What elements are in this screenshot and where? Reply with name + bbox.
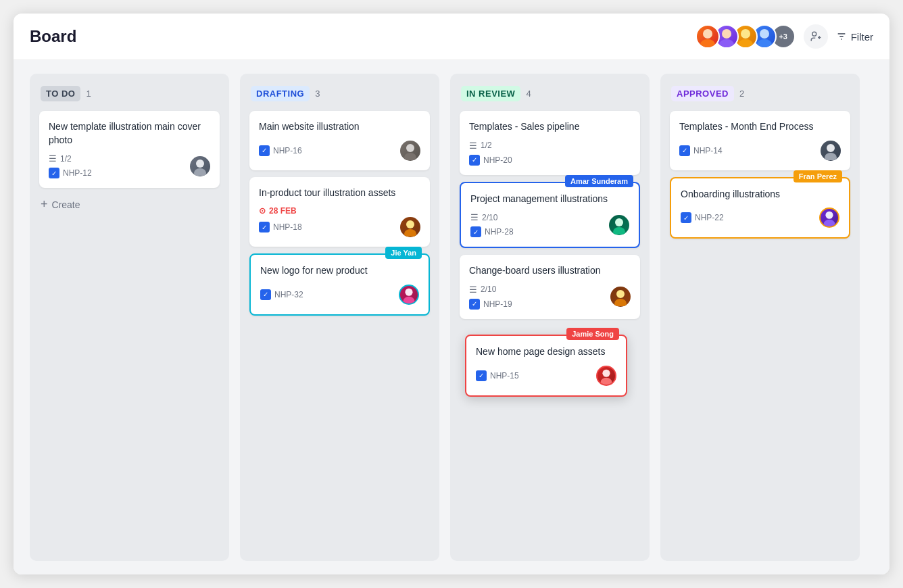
card-checklist-nhp-20: ☰ 1/2 xyxy=(469,141,512,151)
card-meta-nhp-12: ☰ 1/2 ✓ NHP-12 xyxy=(49,153,210,178)
svg-point-4 xyxy=(741,29,750,39)
card-meta-left-nhp-12: ☰ 1/2 ✓ NHP-12 xyxy=(49,153,92,178)
app-container: Board +3 xyxy=(14,14,889,574)
checkbox-nhp-32: ✓ xyxy=(260,289,271,300)
svg-point-17 xyxy=(404,153,416,160)
card-avatar-nhp-14 xyxy=(821,141,841,161)
card-meta-nhp-16: ✓ NHP-16 xyxy=(259,141,420,161)
card-id-nhp-22: NHP-22 xyxy=(695,213,724,222)
svg-point-14 xyxy=(196,160,204,168)
card-id-nhp-32: NHP-32 xyxy=(274,290,303,299)
card-title-nhp-22: Onboarding illustrations xyxy=(681,188,839,201)
card-nhp-19[interactable]: Change-board users illustration ☰ 2/10 ✓… xyxy=(460,255,640,319)
manage-members-button[interactable] xyxy=(804,24,828,49)
card-id-row-nhp-12: ✓ NHP-12 xyxy=(49,168,92,178)
column-header-drafting: DRAFTING 3 xyxy=(249,83,430,104)
checkbox-nhp-20: ✓ xyxy=(469,155,480,166)
column-todo: TO DO 1 New template illustration main c… xyxy=(30,74,229,561)
svg-point-16 xyxy=(406,144,414,152)
card-meta-nhp-14: ✓ NHP-14 xyxy=(679,141,841,161)
plus-icon: + xyxy=(41,197,48,212)
card-checklist-nhp-19: ☰ 2/10 xyxy=(469,285,512,295)
create-label: Create xyxy=(52,199,80,210)
card-id-row-nhp-18: ✓ NHP-18 xyxy=(259,222,302,232)
card-meta-left-nhp-28: ☰ 2/10 ✓ NHP-28 xyxy=(470,212,514,237)
card-meta-nhp-22: ✓ NHP-22 xyxy=(681,207,839,228)
svg-point-7 xyxy=(757,39,772,47)
card-title-nhp-32: New logo for new product xyxy=(260,264,419,278)
column-count-drafting: 3 xyxy=(315,89,320,99)
card-title-nhp-16: Main website illustration xyxy=(259,120,420,134)
create-button-todo[interactable]: + Create xyxy=(39,195,220,214)
svg-point-23 xyxy=(613,227,625,235)
svg-point-18 xyxy=(406,220,414,228)
card-nhp-32[interactable]: Jie Yan New logo for new product ✓ NHP-3… xyxy=(249,253,430,316)
card-id-nhp-18: NHP-18 xyxy=(273,222,302,232)
clock-icon: ⊙ xyxy=(259,206,266,216)
tooltip-nhp-32: Jie Yan xyxy=(385,247,422,259)
checkbox-nhp-16: ✓ xyxy=(259,145,270,156)
filter-button[interactable]: Filter xyxy=(836,31,873,43)
card-avatar-nhp-19 xyxy=(610,287,631,307)
column-title-drafting: DRAFTING xyxy=(251,86,310,101)
column-inreview: IN REVIEW 4 Templates - Sales pipeline ☰… xyxy=(450,74,650,561)
svg-point-8 xyxy=(812,32,816,36)
card-id-nhp-14: NHP-14 xyxy=(693,146,723,155)
svg-point-20 xyxy=(405,288,412,295)
card-title-nhp-19: Change-board users illustration xyxy=(469,264,631,278)
checkbox-nhp-14: ✓ xyxy=(679,145,690,156)
checkbox-nhp-19: ✓ xyxy=(469,299,480,310)
card-meta-left-nhp-19: ☰ 2/10 ✓ NHP-19 xyxy=(469,285,512,310)
header: Board +3 xyxy=(14,14,889,60)
due-date-text: 28 FEB xyxy=(269,206,297,216)
filter-label: Filter xyxy=(851,31,873,43)
card-title-nhp-14: Templates - Month End Process xyxy=(679,120,841,134)
card-id-nhp-19: NHP-19 xyxy=(483,299,512,309)
card-nhp-16[interactable]: Main website illustration ✓ NHP-16 xyxy=(249,111,430,170)
svg-point-27 xyxy=(825,153,837,160)
avatars-group: +3 xyxy=(695,24,796,49)
due-date-nhp-18: ⊙ 28 FEB xyxy=(259,206,420,216)
svg-point-6 xyxy=(760,29,769,39)
card-avatar-nhp-12 xyxy=(190,156,210,176)
svg-point-0 xyxy=(703,29,712,39)
card-meta-nhp-28: ☰ 2/10 ✓ NHP-28 xyxy=(470,212,629,237)
svg-point-24 xyxy=(616,290,625,298)
card-nhp-18[interactable]: In-product tour illustration assets ⊙ 28… xyxy=(249,177,430,247)
board-content: TO DO 1 New template illustration main c… xyxy=(14,60,889,574)
card-nhp-12[interactable]: New template illustration main cover pho… xyxy=(39,111,220,188)
card-id-row-nhp-32: ✓ NHP-32 xyxy=(260,289,303,300)
svg-point-21 xyxy=(404,297,415,304)
card-id-nhp-16: NHP-16 xyxy=(273,146,302,155)
card-nhp-14[interactable]: Templates - Month End Process ✓ NHP-14 xyxy=(670,111,850,170)
svg-point-29 xyxy=(824,220,835,227)
svg-point-5 xyxy=(738,39,753,47)
checkbox-nhp-12: ✓ xyxy=(49,168,59,178)
card-id-row-nhp-20: ✓ NHP-20 xyxy=(469,155,512,166)
card-title-nhp-28: Project management illustrations xyxy=(470,193,629,206)
tooltip-nhp-28: Amar Sunderam xyxy=(565,175,633,187)
column-header-inreview: IN REVIEW 4 xyxy=(460,83,640,104)
svg-point-19 xyxy=(404,229,416,237)
card-id-nhp-20: NHP-20 xyxy=(483,155,512,165)
card-title-nhp-18: In-product tour illustration assets xyxy=(259,187,420,200)
tooltip-nhp-22: Fran Perez xyxy=(794,170,842,182)
card-nhp-28[interactable]: Amar Sunderam Project management illustr… xyxy=(460,182,640,249)
card-id-row-nhp-16: ✓ NHP-16 xyxy=(259,145,302,156)
card-id-nhp-12: NHP-12 xyxy=(63,168,92,178)
card-nhp-20[interactable]: Templates - Sales pipeline ☰ 1/2 ✓ NHP-2… xyxy=(460,111,640,175)
avatar-1[interactable] xyxy=(695,24,720,49)
card-nhp-22[interactable]: Fran Perez Onboarding illustrations ✓ NH… xyxy=(670,177,850,239)
svg-point-26 xyxy=(827,144,835,152)
card-checklist-nhp-12: ☰ 1/2 xyxy=(49,153,92,164)
svg-point-1 xyxy=(700,39,715,47)
card-avatar-nhp-32 xyxy=(399,285,419,305)
card-meta-nhp-20: ☰ 1/2 ✓ NHP-20 xyxy=(469,141,631,166)
card-meta-left-nhp-20: ☰ 1/2 ✓ NHP-20 xyxy=(469,141,512,166)
card-id-row-nhp-28: ✓ NHP-28 xyxy=(470,226,514,237)
column-title-approved: APPROVED xyxy=(671,86,734,101)
card-id-row-nhp-14: ✓ NHP-14 xyxy=(679,145,723,156)
svg-point-3 xyxy=(719,39,734,47)
page-title: Board xyxy=(30,27,76,46)
column-approved: APPROVED 2 Templates - Month End Process… xyxy=(660,74,860,561)
